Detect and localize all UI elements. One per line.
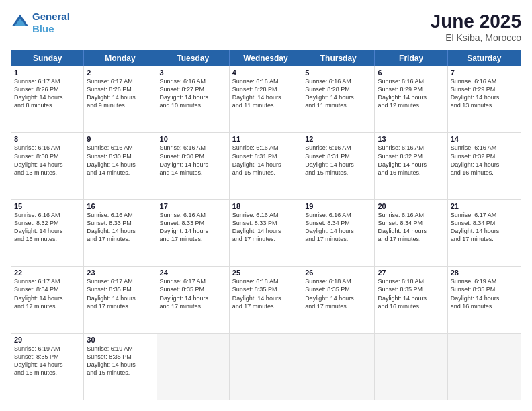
cell-jun-1: 1 Sunrise: 6:17 AM Sunset: 8:26 PM Dayli… xyxy=(11,66,84,132)
cell-jun-23: 23 Sunrise: 6:17 AM Sunset: 8:35 PM Dayl… xyxy=(84,267,157,332)
header-friday: Friday xyxy=(375,50,447,66)
cell-jun-27: 27 Sunrise: 6:18 AM Sunset: 8:35 PM Dayl… xyxy=(375,267,447,332)
week-row-2: 8 Sunrise: 6:16 AM Sunset: 8:30 PM Dayli… xyxy=(11,133,521,199)
cell-jun-12: 12 Sunrise: 6:16 AM Sunset: 8:31 PM Dayl… xyxy=(302,133,375,199)
page: General Blue June 2025 El Ksiba, Morocco… xyxy=(0,0,532,411)
cell-jun-5: 5 Sunrise: 6:16 AM Sunset: 8:28 PM Dayli… xyxy=(302,66,375,132)
title-block: June 2025 El Ksiba, Morocco xyxy=(431,11,521,43)
cell-jun-3: 3 Sunrise: 6:16 AM Sunset: 8:27 PM Dayli… xyxy=(157,66,230,132)
cell-jun-13: 13 Sunrise: 6:16 AM Sunset: 8:32 PM Dayl… xyxy=(375,133,447,199)
cell-jun-28: 28 Sunrise: 6:19 AM Sunset: 8:35 PM Dayl… xyxy=(448,267,521,332)
week-row-1: 1 Sunrise: 6:17 AM Sunset: 8:26 PM Dayli… xyxy=(11,66,521,133)
header-thursday: Thursday xyxy=(302,50,375,66)
calendar-header: Sunday Monday Tuesday Wednesday Thursday… xyxy=(11,50,521,66)
header-wednesday: Wednesday xyxy=(230,50,302,66)
header-monday: Monday xyxy=(84,50,157,66)
cell-jun-6: 6 Sunrise: 6:16 AM Sunset: 8:29 PM Dayli… xyxy=(375,66,447,132)
cell-empty-2 xyxy=(230,334,302,400)
header: General Blue June 2025 El Ksiba, Morocco xyxy=(11,11,521,43)
cell-jun-20: 20 Sunrise: 6:16 AM Sunset: 8:34 PM Dayl… xyxy=(375,200,447,266)
cell-jun-30: 30 Sunrise: 6:19 AM Sunset: 8:35 PM Dayl… xyxy=(84,334,157,400)
cell-jun-25: 25 Sunrise: 6:18 AM Sunset: 8:35 PM Dayl… xyxy=(230,267,302,332)
cell-empty-4 xyxy=(375,334,447,400)
cell-jun-19: 19 Sunrise: 6:16 AM Sunset: 8:34 PM Dayl… xyxy=(302,200,375,266)
cell-jun-29: 29 Sunrise: 6:19 AM Sunset: 8:35 PM Dayl… xyxy=(11,334,84,400)
logo-icon xyxy=(11,13,30,32)
week-row-3: 15 Sunrise: 6:16 AM Sunset: 8:32 PM Dayl… xyxy=(11,200,521,267)
cell-jun-11: 11 Sunrise: 6:16 AM Sunset: 8:31 PM Dayl… xyxy=(230,133,302,199)
logo: General Blue xyxy=(11,11,70,35)
month-title: June 2025 xyxy=(431,11,521,32)
cell-jun-15: 15 Sunrise: 6:16 AM Sunset: 8:32 PM Dayl… xyxy=(11,200,84,266)
location: El Ksiba, Morocco xyxy=(431,32,521,43)
cell-jun-10: 10 Sunrise: 6:16 AM Sunset: 8:30 PM Dayl… xyxy=(157,133,230,199)
cell-jun-17: 17 Sunrise: 6:16 AM Sunset: 8:33 PM Dayl… xyxy=(157,200,230,266)
header-tuesday: Tuesday xyxy=(157,50,230,66)
cell-jun-22: 22 Sunrise: 6:17 AM Sunset: 8:34 PM Dayl… xyxy=(11,267,84,332)
cell-jun-8: 8 Sunrise: 6:16 AM Sunset: 8:30 PM Dayli… xyxy=(11,133,84,199)
cell-jun-9: 9 Sunrise: 6:16 AM Sunset: 8:30 PM Dayli… xyxy=(84,133,157,199)
cell-jun-18: 18 Sunrise: 6:16 AM Sunset: 8:33 PM Dayl… xyxy=(230,200,302,266)
cell-jun-21: 21 Sunrise: 6:17 AM Sunset: 8:34 PM Dayl… xyxy=(448,200,521,266)
header-sunday: Sunday xyxy=(11,50,84,66)
cell-empty-5 xyxy=(448,334,521,400)
cell-jun-16: 16 Sunrise: 6:16 AM Sunset: 8:33 PM Dayl… xyxy=(84,200,157,266)
cell-empty-1 xyxy=(157,334,230,400)
header-saturday: Saturday xyxy=(448,50,521,66)
cell-jun-4: 4 Sunrise: 6:16 AM Sunset: 8:28 PM Dayli… xyxy=(230,66,302,132)
week-row-4: 22 Sunrise: 6:17 AM Sunset: 8:34 PM Dayl… xyxy=(11,267,521,333)
cell-empty-3 xyxy=(302,334,375,400)
cell-jun-24: 24 Sunrise: 6:17 AM Sunset: 8:35 PM Dayl… xyxy=(157,267,230,332)
cell-jun-7: 7 Sunrise: 6:16 AM Sunset: 8:29 PM Dayli… xyxy=(448,66,521,132)
calendar: Sunday Monday Tuesday Wednesday Thursday… xyxy=(11,50,521,400)
cell-jun-14: 14 Sunrise: 6:16 AM Sunset: 8:32 PM Dayl… xyxy=(448,133,521,199)
calendar-body: 1 Sunrise: 6:17 AM Sunset: 8:26 PM Dayli… xyxy=(11,66,521,400)
logo-text: General Blue xyxy=(32,11,70,35)
cell-jun-2: 2 Sunrise: 6:17 AM Sunset: 8:26 PM Dayli… xyxy=(84,66,157,132)
cell-jun-26: 26 Sunrise: 6:18 AM Sunset: 8:35 PM Dayl… xyxy=(302,267,375,332)
week-row-5: 29 Sunrise: 6:19 AM Sunset: 8:35 PM Dayl… xyxy=(11,334,521,400)
